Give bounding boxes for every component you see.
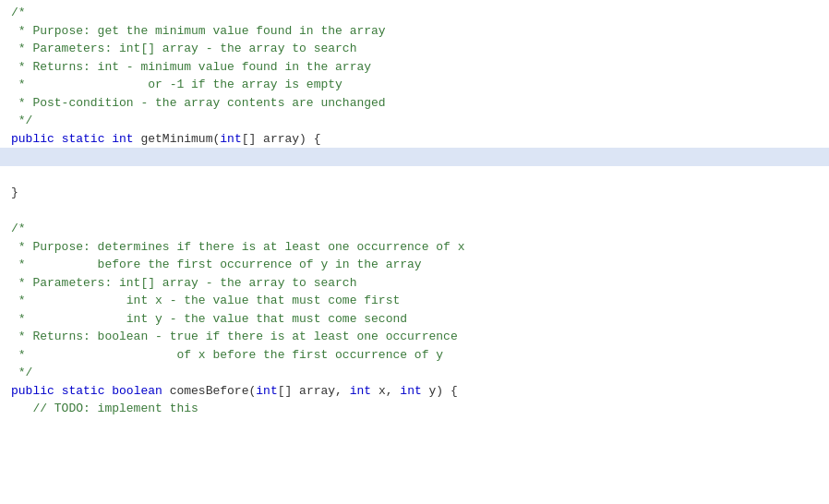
code-line: /* (0, 220, 829, 238)
code-line: * Parameters: int[] array - the array to… (0, 274, 829, 293)
code-line: * Purpose: determines if there is at lea… (0, 238, 829, 257)
code-line: * int x - the value that must come first (0, 292, 829, 310)
code-line: * int y - the value that must come secon… (0, 310, 829, 329)
code-line: * or -1 if the array is empty (0, 76, 829, 94)
code-line: public static int getMinimum(int[] array… (0, 130, 829, 149)
code-line: * Returns: boolean - true if there is at… (0, 328, 829, 346)
code-line (0, 166, 829, 185)
code-line: * Returns: int - minimum value found in … (0, 58, 829, 77)
code-line: * Parameters: int[] array - the array to… (0, 40, 829, 58)
code-line: public static boolean comesBefore(int[] … (0, 382, 829, 401)
code-line: * Purpose: get the minimum value found i… (0, 22, 829, 41)
code-line (0, 202, 829, 221)
code-line: // TODO: implement this (0, 400, 829, 418)
code-line (0, 148, 829, 166)
code-line: * of x before the first occurrence of y (0, 346, 829, 365)
code-line: /* (0, 4, 829, 22)
code-line: */ (0, 112, 829, 130)
code-line: * Post-condition - the array contents ar… (0, 94, 829, 113)
code-line: * before the first occurrence of y in th… (0, 256, 829, 274)
code-editor: /* * Purpose: get the minimum value foun… (0, 0, 829, 504)
code-line: */ (0, 364, 829, 382)
code-line: } (0, 184, 829, 202)
